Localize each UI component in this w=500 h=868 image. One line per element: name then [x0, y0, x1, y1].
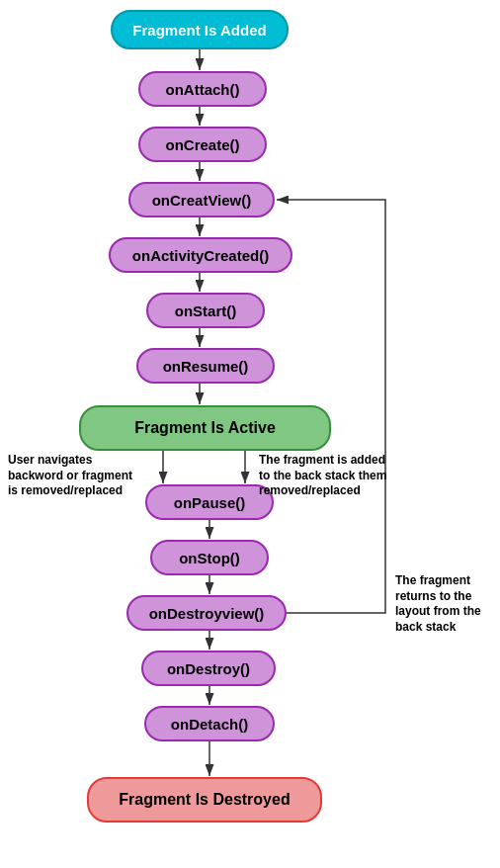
fragment-active-node: Fragment Is Active — [79, 405, 331, 451]
on-pause-node: onPause() — [145, 484, 274, 520]
on-destroy-node: onDestroy() — [141, 651, 276, 686]
on-destroy-view-node: onDestroyview() — [126, 595, 287, 631]
on-activity-created-node: onActivityCreated() — [109, 237, 292, 273]
right-branch-label: The fragment is added to the back stack … — [259, 453, 397, 499]
returns-label: The fragment returns to the layout from … — [395, 573, 494, 635]
on-attach-node: onAttach() — [138, 71, 267, 107]
on-stop-node: onStop() — [150, 540, 269, 575]
on-resume-node: onResume() — [136, 348, 275, 384]
on-create-view-node: onCreatView() — [128, 182, 275, 217]
fragment-destroyed-node: Fragment Is Destroyed — [87, 777, 322, 823]
left-branch-label: User navigates backword or fragment is r… — [8, 453, 141, 499]
on-detach-node: onDetach() — [144, 706, 275, 741]
on-create-node: onCreate() — [138, 127, 267, 162]
fragment-added-node: Fragment Is Added — [111, 10, 289, 49]
on-start-node: onStart() — [146, 293, 265, 328]
diagram-container: Fragment Is Added onAttach() onCreate() … — [0, 0, 500, 868]
